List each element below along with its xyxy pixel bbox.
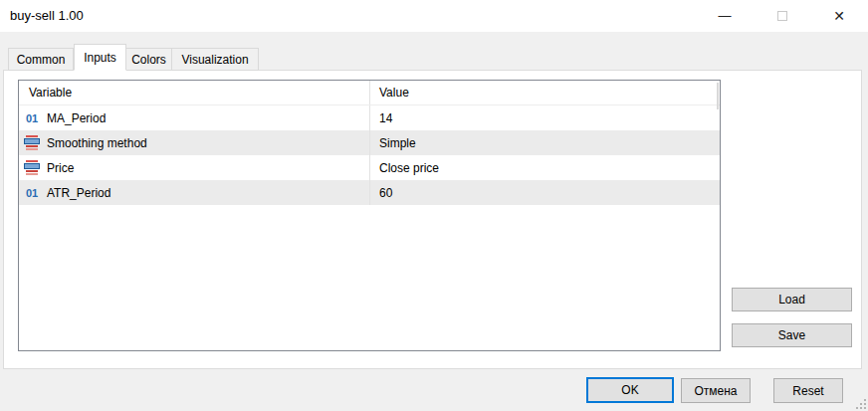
table-scrollbar-thumb[interactable]: [717, 83, 719, 109]
resize-grip-icon[interactable]: [855, 398, 867, 410]
numeric-parameter-icon: 01: [23, 110, 41, 126]
close-icon: ✕: [833, 9, 845, 23]
value-cell[interactable]: 14: [369, 105, 720, 130]
tab-common-label: Common: [17, 53, 66, 67]
variable-name: MA_Period: [47, 111, 106, 125]
tab-visualization-label: Visualization: [181, 53, 248, 67]
table-row[interactable]: Smoothing method Simple: [19, 130, 720, 155]
tab-colors[interactable]: Colors: [126, 48, 172, 71]
enum-parameter-icon: [23, 135, 41, 151]
value-cell[interactable]: 60: [369, 180, 720, 205]
reset-button[interactable]: Reset: [773, 378, 843, 403]
value-cell[interactable]: Close price: [369, 155, 720, 180]
parameters-table: Variable Value 01 MA_Period 14 Smoothing…: [18, 80, 721, 351]
titlebar: buy-sell 1.00 — ✕: [0, 0, 868, 32]
table-header-row: Variable Value: [19, 81, 720, 105]
value-cell[interactable]: Simple: [369, 130, 720, 155]
tab-inputs[interactable]: Inputs: [74, 44, 126, 71]
save-button[interactable]: Save: [732, 323, 852, 347]
ok-button[interactable]: OK: [586, 377, 674, 403]
table-row[interactable]: Price Close price: [19, 155, 720, 180]
variable-name: Smoothing method: [47, 136, 147, 150]
indicator-properties-dialog: buy-sell 1.00 — ✕ Common Inputs Colors V…: [0, 0, 868, 411]
tab-inputs-label: Inputs: [84, 51, 116, 65]
column-header-value[interactable]: Value: [369, 81, 720, 104]
load-button[interactable]: Load: [732, 288, 852, 311]
table-row[interactable]: 01 MA_Period 14: [19, 105, 720, 130]
variable-name: ATR_Period: [47, 186, 110, 200]
tab-visualization[interactable]: Visualization: [172, 48, 259, 71]
table-row[interactable]: 01 ATR_Period 60: [19, 180, 720, 205]
maximize-icon: [777, 11, 787, 21]
minimize-button[interactable]: —: [702, 0, 748, 32]
variable-name: Price: [47, 161, 74, 175]
cancel-button[interactable]: Отмена: [681, 378, 751, 403]
tab-colors-label: Colors: [131, 53, 166, 67]
tab-strip: Common Inputs Colors Visualization: [8, 44, 259, 71]
minimize-icon: —: [719, 9, 732, 22]
window-title: buy-sell 1.00: [10, 8, 84, 23]
column-header-variable[interactable]: Variable: [19, 81, 369, 104]
enum-parameter-icon: [23, 160, 41, 176]
numeric-parameter-icon: 01: [23, 185, 41, 201]
close-button[interactable]: ✕: [816, 0, 862, 32]
tab-common[interactable]: Common: [8, 48, 74, 71]
maximize-button: [760, 0, 805, 32]
